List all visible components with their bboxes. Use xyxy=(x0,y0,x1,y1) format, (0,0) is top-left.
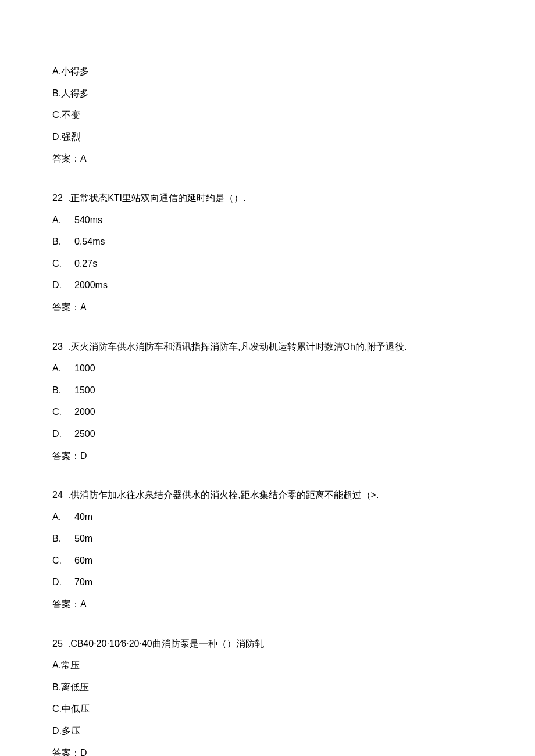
option-letter: A. xyxy=(52,361,74,376)
option: C.60m xyxy=(52,553,483,568)
option: D.70m xyxy=(52,575,483,590)
option-text: 强烈 xyxy=(62,132,80,142)
option-letter: D. xyxy=(52,278,74,293)
option-text: 0.27s xyxy=(74,259,97,268)
option: A.常压 xyxy=(52,658,483,673)
option: B.离低压 xyxy=(52,680,483,695)
question-stem: 24 .供消防乍加水往水泉结介器供水的消火栓,距水集结介零的距离不能超过（>. xyxy=(52,488,483,503)
option-text: 常压 xyxy=(61,660,80,670)
question-number: 24 xyxy=(52,490,63,500)
answer-label: 答案： xyxy=(52,599,80,609)
option: B.50m xyxy=(52,531,483,546)
option-letter: B. xyxy=(52,531,74,546)
answer-line: 答案：D xyxy=(52,449,483,464)
answer-value: A xyxy=(80,302,87,312)
answer-label: 答案： xyxy=(52,748,80,756)
option-letter: B. xyxy=(52,234,74,249)
option-letter: A. xyxy=(52,510,74,525)
option: C.0.27s xyxy=(52,256,483,271)
option-text: 离低压 xyxy=(61,682,89,692)
question-stem: 22 .正常状态KTI里站双向通信的延时约是（）. xyxy=(52,191,483,206)
answer-line: 答案：A xyxy=(52,300,483,315)
question-block: 22 .正常状态KTI里站双向通信的延时约是（）. A.540ms B.0.54… xyxy=(52,191,483,315)
option: A.1000 xyxy=(52,361,483,376)
answer-label: 答案： xyxy=(52,302,80,312)
option: D.强烈 xyxy=(52,130,483,145)
option-letter: D. xyxy=(52,132,62,142)
option-text: 人得多 xyxy=(61,88,89,98)
option: B.0.54ms xyxy=(52,234,483,249)
question-number: 23 xyxy=(52,342,63,352)
answer-value: D xyxy=(80,451,87,461)
option-letter: D. xyxy=(52,427,74,442)
answer-line: 答案：A xyxy=(52,597,483,612)
question-block: 24 .供消防乍加水往水泉结介器供水的消火栓,距水集结介零的距离不能超过（>. … xyxy=(52,488,483,612)
option-letter: B. xyxy=(52,88,61,98)
option: C.2000 xyxy=(52,404,483,420)
option: B.1500 xyxy=(52,383,483,398)
question-block: 23 .灭火消防车供水消防车和洒讯指挥消防车,凡发动机运转累计时数清Oh的,附予… xyxy=(52,339,483,464)
answer-line: 答案：D xyxy=(52,746,483,756)
option-letter: A. xyxy=(52,213,74,228)
option: C.不变 xyxy=(52,108,483,123)
answer-value: D xyxy=(80,748,87,756)
question-block: A.小得多 B.人得多 C.不变 D.强烈 答案：A xyxy=(52,64,483,166)
option-letter: A. xyxy=(52,660,61,670)
question-number: 22 xyxy=(52,193,63,203)
question-block: 25 .CB40·20·10⁄6·20·40曲消防泵是一种（）消防轧 A.常压 … xyxy=(52,636,483,756)
option-letter: C. xyxy=(52,704,62,714)
option-letter: B. xyxy=(52,682,61,692)
question-text: .灭火消防车供水消防车和洒讯指挥消防车,凡发动机运转累计时数清Oh的,附予退役. xyxy=(68,342,407,352)
option-letter: C. xyxy=(52,404,74,420)
option-text: 多压 xyxy=(62,726,80,736)
answer-value: A xyxy=(80,153,87,163)
option: B.人得多 xyxy=(52,86,483,101)
option-text: 小得多 xyxy=(61,66,89,76)
option-letter: B. xyxy=(52,383,74,398)
question-text: .CB40·20·10⁄6·20·40曲消防泵是一种（）消防轧 xyxy=(68,639,264,648)
question-stem: 25 .CB40·20·10⁄6·20·40曲消防泵是一种（）消防轧 xyxy=(52,636,483,651)
question-number: 25 xyxy=(52,639,63,648)
question-text: .供消防乍加水往水泉结介器供水的消火栓,距水集结介零的距离不能超过（>. xyxy=(68,490,379,500)
option-letter: C. xyxy=(52,553,74,568)
option-letter: A. xyxy=(52,66,61,76)
option: A.40m xyxy=(52,510,483,525)
option: A.小得多 xyxy=(52,64,483,79)
option-letter: D. xyxy=(52,575,74,590)
answer-label: 答案： xyxy=(52,153,80,163)
option-text: 40m xyxy=(74,512,92,522)
option: C.中低压 xyxy=(52,701,483,716)
option-text: 1500 xyxy=(74,385,95,395)
option: A.540ms xyxy=(52,213,483,228)
option-text: 1000 xyxy=(74,363,95,373)
option-text: 2000ms xyxy=(74,280,108,290)
option-text: 50m xyxy=(74,533,92,543)
option-text: 不变 xyxy=(62,110,80,120)
option-text: 2500 xyxy=(74,429,95,439)
option: D.多压 xyxy=(52,723,483,739)
option-text: 70m xyxy=(74,577,92,587)
option-text: 中低压 xyxy=(62,704,90,714)
answer-label: 答案： xyxy=(52,451,80,461)
question-text: .正常状态KTI里站双向通信的延时约是（）. xyxy=(68,193,246,203)
option-letter: C. xyxy=(52,256,74,271)
question-stem: 23 .灭火消防车供水消防车和洒讯指挥消防车,凡发动机运转累计时数清Oh的,附予… xyxy=(52,339,483,354)
option-text: 0.54ms xyxy=(74,237,105,246)
answer-value: A xyxy=(80,599,87,609)
answer-line: 答案：A xyxy=(52,151,483,166)
option: D.2500 xyxy=(52,427,483,442)
option-text: 2000 xyxy=(74,407,95,417)
option-letter: C. xyxy=(52,110,62,120)
option: D.2000ms xyxy=(52,278,483,293)
option-letter: D. xyxy=(52,726,62,736)
option-text: 540ms xyxy=(74,215,102,225)
option-text: 60m xyxy=(74,556,92,565)
